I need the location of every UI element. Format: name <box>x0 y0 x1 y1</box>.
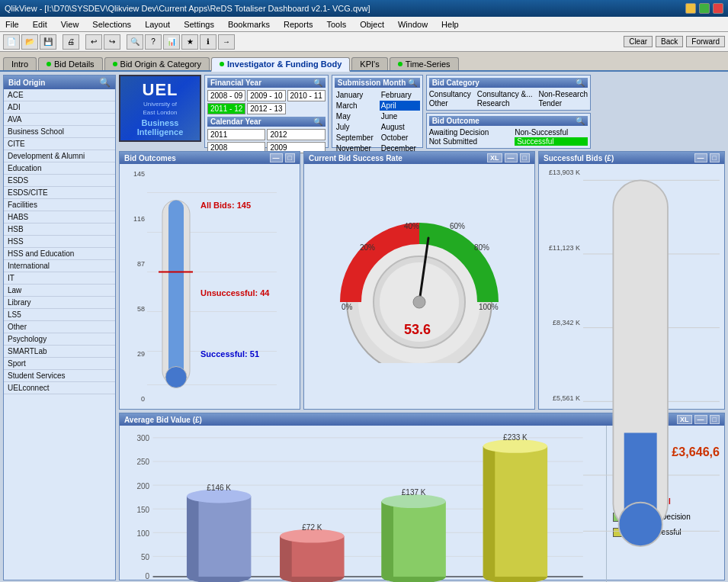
month-february[interactable]: February <box>380 90 420 100</box>
fy-2008-09[interactable]: 2008 - 09 <box>207 90 245 101</box>
list-item[interactable]: AVA <box>4 114 115 126</box>
fy-2009-10[interactable]: 2009 - 10 <box>247 90 285 101</box>
current-rate-max-btn[interactable]: □ <box>520 153 530 162</box>
maximize-btn[interactable] <box>699 3 710 14</box>
list-item[interactable]: LS5 <box>4 309 115 321</box>
outcome-awaiting[interactable]: Awaiting Decision <box>429 128 509 137</box>
list-item[interactable]: Education <box>4 162 115 175</box>
arrow-btn[interactable]: → <box>218 34 235 50</box>
cy-2011[interactable]: 2011 <box>207 129 265 140</box>
list-item[interactable]: Sport <box>4 358 115 370</box>
menu-object[interactable]: Object <box>358 19 386 30</box>
list-item[interactable]: Library <box>4 297 115 309</box>
list-item[interactable]: ESDS <box>4 175 115 187</box>
list-item[interactable]: CITE <box>4 138 115 150</box>
menu-layout[interactable]: Layout <box>143 19 172 30</box>
tab-bid-origin[interactable]: Bid Origin & Category <box>104 57 210 70</box>
redo-btn[interactable]: ↪ <box>104 34 120 50</box>
bid-outcomes-min-btn[interactable]: — <box>270 153 283 162</box>
fy-2012-13[interactable]: 2012 - 13 <box>247 103 285 114</box>
calendar-year-search-icon[interactable]: 🔍 <box>313 117 322 126</box>
current-rate-xl-btn[interactable]: XL <box>487 153 502 162</box>
open-btn[interactable]: 📂 <box>21 34 38 50</box>
menu-edit[interactable]: Edit <box>30 19 50 30</box>
menu-file[interactable]: File <box>3 19 21 30</box>
menu-bookmarks[interactable]: Bookmarks <box>226 19 272 30</box>
financial-year-search-icon[interactable]: 🔍 <box>313 79 322 87</box>
tab-kpis[interactable]: KPI's <box>351 57 387 70</box>
menu-help[interactable]: Help <box>439 19 461 30</box>
list-item[interactable]: HABS <box>4 211 115 223</box>
successful-bids-max-btn[interactable]: □ <box>710 153 720 162</box>
list-item[interactable]: HSS and Education <box>4 248 115 260</box>
bid-outcomes-max-btn[interactable]: □ <box>285 153 295 162</box>
month-july[interactable]: July <box>335 122 375 132</box>
month-april[interactable]: April <box>380 101 420 111</box>
list-item[interactable]: HSS <box>4 236 115 248</box>
menu-window[interactable]: Window <box>396 19 430 30</box>
menu-reports[interactable]: Reports <box>281 19 316 30</box>
menu-selections[interactable]: Selections <box>90 19 133 30</box>
menu-tools[interactable]: Tools <box>324 19 348 30</box>
outcome-successful[interactable]: Successful <box>515 137 588 146</box>
outcome-non-successful[interactable]: Non-Successful <box>515 128 588 137</box>
list-item[interactable]: ACE <box>4 89 115 101</box>
menu-settings[interactable]: Settings <box>181 19 216 30</box>
fy-2010-11[interactable]: 2010 - 11 <box>287 90 326 101</box>
forward-button[interactable]: Forward <box>686 36 725 47</box>
list-item[interactable]: Business School <box>4 126 115 138</box>
fy-2011-12[interactable]: 2011 - 12 <box>207 103 245 114</box>
month-september[interactable]: September <box>335 133 375 143</box>
back-button[interactable]: Back <box>656 36 683 47</box>
list-item[interactable]: Student Services <box>4 370 115 382</box>
list-item[interactable]: ADI <box>4 101 115 114</box>
bid-outcome-search-icon[interactable]: 🔍 <box>576 117 585 125</box>
help-btn[interactable]: ? <box>145 34 162 50</box>
month-august[interactable]: August <box>380 122 420 132</box>
successful-bids-min-btn[interactable]: — <box>694 153 707 162</box>
minimize-btn[interactable] <box>685 3 696 14</box>
list-item[interactable]: ESDS/CITE <box>4 187 115 199</box>
month-october[interactable]: October <box>380 133 420 143</box>
tab-time-series[interactable]: Time-Series <box>390 57 459 70</box>
month-june[interactable]: June <box>380 111 420 121</box>
cat-other[interactable]: Other <box>429 99 471 108</box>
clear-button[interactable]: Clear <box>624 36 653 47</box>
tab-investigator[interactable]: Investigator & Funding Body <box>211 57 350 72</box>
outcome-not-submitted[interactable]: Not Submitted <box>429 137 509 146</box>
info-btn[interactable]: ℹ <box>200 34 216 50</box>
list-item[interactable]: International <box>4 260 115 272</box>
bid-origin-search-icon[interactable]: 🔍 <box>99 77 111 88</box>
list-item[interactable]: Psychology <box>4 333 115 346</box>
list-item[interactable]: Other <box>4 321 115 333</box>
cat-non-research[interactable]: Non-Research <box>538 90 587 98</box>
list-item[interactable]: SMARTLab <box>4 346 115 358</box>
month-january[interactable]: January <box>335 90 375 100</box>
cy-2012[interactable]: 2012 <box>267 129 325 140</box>
cat-tender[interactable]: Tender <box>538 99 587 108</box>
submission-month-search-icon[interactable]: 🔍 <box>408 79 417 87</box>
new-btn[interactable]: 📄 <box>3 34 20 50</box>
month-march[interactable]: March <box>335 101 375 111</box>
list-item[interactable]: IT <box>4 272 115 285</box>
undo-btn[interactable]: ↩ <box>85 34 102 50</box>
cat-research[interactable]: Research <box>477 99 533 108</box>
list-item[interactable]: Law <box>4 285 115 297</box>
list-item[interactable]: Development & Alumni <box>4 150 115 162</box>
tab-intro[interactable]: Intro <box>3 57 37 70</box>
month-may[interactable]: May <box>335 111 375 121</box>
cat-consultancy-and[interactable]: Consultancy &... <box>477 90 533 98</box>
list-item[interactable]: Facilities <box>4 199 115 211</box>
close-btn[interactable] <box>713 3 723 14</box>
search-btn[interactable]: 🔍 <box>127 34 143 50</box>
print-btn[interactable]: 🖨 <box>63 34 79 50</box>
menu-view[interactable]: View <box>59 19 82 30</box>
save-btn[interactable]: 💾 <box>40 34 56 50</box>
chart-btn[interactable]: 📊 <box>163 34 180 50</box>
bid-category-search-icon[interactable]: 🔍 <box>576 79 585 87</box>
cat-consultancy[interactable]: Consultancy <box>429 90 471 98</box>
star-btn[interactable]: ★ <box>181 34 198 50</box>
current-rate-min-btn[interactable]: — <box>505 153 518 162</box>
list-item[interactable]: UELconnect <box>4 382 115 394</box>
list-item[interactable]: HSB <box>4 223 115 236</box>
